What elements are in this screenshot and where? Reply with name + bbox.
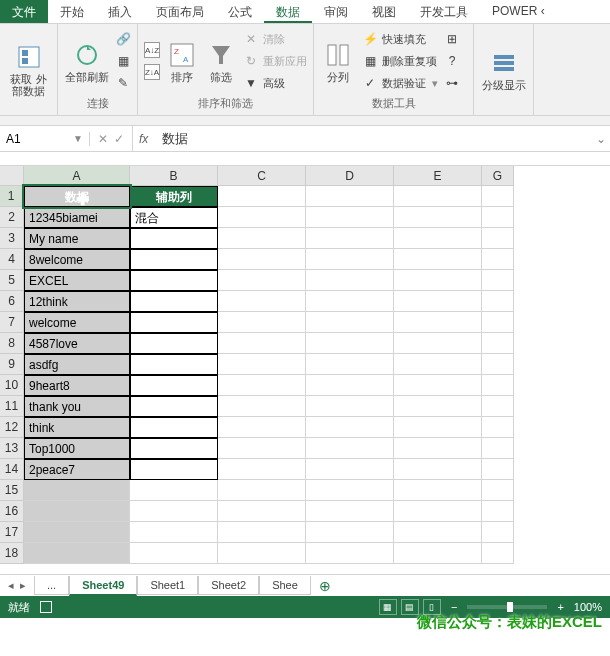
cell[interactable]: 12345biamei (24, 207, 130, 228)
confirm-icon[interactable]: ✓ (114, 132, 124, 146)
cell[interactable]: My name (24, 228, 130, 249)
cell[interactable] (130, 291, 218, 312)
cell[interactable] (306, 480, 394, 501)
cell[interactable] (482, 543, 514, 564)
cell[interactable] (306, 270, 394, 291)
cell[interactable] (306, 522, 394, 543)
cell[interactable] (130, 333, 218, 354)
cell[interactable] (24, 522, 130, 543)
cell[interactable] (306, 249, 394, 270)
cell[interactable]: Top1000 (24, 438, 130, 459)
sort-za-button[interactable]: Z↓A (144, 62, 160, 82)
row-header-2[interactable]: 2 (0, 207, 24, 228)
cell[interactable] (482, 207, 514, 228)
flash-fill-item[interactable]: ⚡快速填充 (362, 29, 438, 49)
cell[interactable] (394, 417, 482, 438)
cell[interactable] (394, 501, 482, 522)
edit-links-item[interactable]: ✎ (115, 73, 131, 93)
refresh-all-button[interactable]: 全部刷新 (64, 28, 109, 94)
row-header-7[interactable]: 7 (0, 312, 24, 333)
cell[interactable] (394, 522, 482, 543)
cell[interactable]: thank you (24, 396, 130, 417)
cell[interactable]: 9heart8 (24, 375, 130, 396)
cell[interactable] (482, 354, 514, 375)
get-external-data-button[interactable]: 获取 外部数据 (6, 36, 51, 102)
cell[interactable] (306, 186, 394, 207)
column-header-A[interactable]: A (24, 166, 130, 186)
tab-layout[interactable]: 页面布局 (144, 0, 216, 23)
cell[interactable] (218, 543, 306, 564)
row-header-3[interactable]: 3 (0, 228, 24, 249)
cell[interactable] (130, 375, 218, 396)
sheet-tab-more[interactable]: ... (34, 576, 69, 595)
cell[interactable] (394, 249, 482, 270)
cell[interactable] (306, 354, 394, 375)
cell[interactable] (482, 480, 514, 501)
cell[interactable] (130, 459, 218, 480)
tab-dev[interactable]: 开发工具 (408, 0, 480, 23)
zoom-out-button[interactable]: − (451, 601, 457, 613)
cell[interactable] (218, 438, 306, 459)
sheet-tab-sheet1[interactable]: Sheet1 (137, 576, 198, 595)
filter-button[interactable]: 筛选 (205, 28, 238, 94)
macro-record-icon[interactable] (40, 601, 52, 613)
cell[interactable] (130, 396, 218, 417)
sheet-tab-overflow[interactable]: Shee (259, 576, 311, 595)
sort-button[interactable]: ZA 排序 (166, 28, 199, 94)
cell[interactable] (24, 480, 130, 501)
row-header-12[interactable]: 12 (0, 417, 24, 438)
sheet-tab-sheet2[interactable]: Sheet2 (198, 576, 259, 595)
cell[interactable] (482, 186, 514, 207)
row-header-8[interactable]: 8 (0, 333, 24, 354)
formula-input[interactable]: 数据 (154, 130, 592, 148)
cell[interactable] (306, 291, 394, 312)
cell[interactable] (24, 543, 130, 564)
cell[interactable] (482, 438, 514, 459)
cell[interactable] (394, 438, 482, 459)
cell[interactable] (218, 459, 306, 480)
cell[interactable] (306, 396, 394, 417)
cell[interactable] (218, 501, 306, 522)
fx-icon[interactable]: fx (133, 132, 154, 146)
relationships-item[interactable]: ⊶ (444, 73, 460, 93)
cell[interactable] (394, 186, 482, 207)
tab-formula[interactable]: 公式 (216, 0, 264, 23)
tab-data[interactable]: 数据 (264, 0, 312, 23)
column-header-E[interactable]: E (394, 166, 482, 186)
tab-insert[interactable]: 插入 (96, 0, 144, 23)
cell[interactable] (24, 501, 130, 522)
cell[interactable] (130, 522, 218, 543)
cell[interactable] (130, 312, 218, 333)
cell[interactable]: asdfg (24, 354, 130, 375)
advanced-filter-item[interactable]: ▼高级 (243, 73, 307, 93)
cell[interactable] (394, 207, 482, 228)
cell[interactable] (306, 459, 394, 480)
sort-az-button[interactable]: A↓Z (144, 40, 160, 60)
sheet-nav-first[interactable]: ◂ (6, 579, 16, 592)
remove-duplicates-item[interactable]: ▦删除重复项 (362, 51, 438, 71)
cell[interactable] (130, 270, 218, 291)
cell[interactable] (394, 375, 482, 396)
cell[interactable] (306, 228, 394, 249)
cell[interactable] (482, 459, 514, 480)
column-header-B[interactable]: B (130, 166, 218, 186)
row-header-14[interactable]: 14 (0, 459, 24, 480)
cell[interactable] (306, 501, 394, 522)
cell[interactable] (130, 480, 218, 501)
view-normal-button[interactable]: ▦ (379, 599, 397, 615)
zoom-slider[interactable] (467, 605, 547, 609)
connections-item[interactable]: 🔗 (115, 29, 131, 49)
cell[interactable] (482, 270, 514, 291)
cell[interactable] (306, 312, 394, 333)
column-header-D[interactable]: D (306, 166, 394, 186)
cell[interactable] (482, 522, 514, 543)
tab-file[interactable]: 文件 (0, 0, 48, 23)
cell[interactable] (482, 333, 514, 354)
tab-power[interactable]: POWER ‹ (480, 0, 557, 23)
cell[interactable] (394, 354, 482, 375)
cell[interactable] (394, 333, 482, 354)
select-all-corner[interactable] (0, 166, 24, 186)
row-header-10[interactable]: 10 (0, 375, 24, 396)
cell[interactable] (394, 543, 482, 564)
row-header-13[interactable]: 13 (0, 438, 24, 459)
